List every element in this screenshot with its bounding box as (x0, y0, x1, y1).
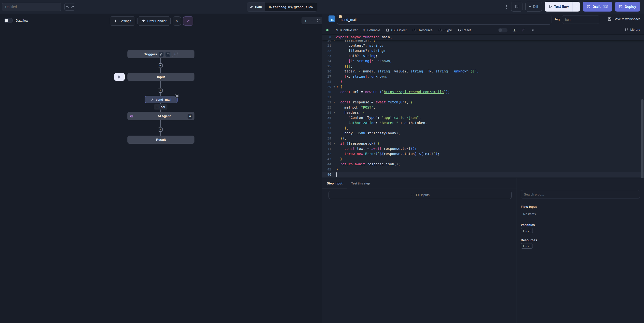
code-line-44[interactable]: 44 return await response.json(); (322, 162, 644, 167)
line-number[interactable]: 27 (322, 74, 332, 79)
tab-test-this-step[interactable]: Test this step (347, 178, 374, 188)
undo-button[interactable] (64, 4, 70, 10)
docs-button[interactable] (511, 2, 522, 12)
line-number[interactable]: 46 (322, 172, 332, 177)
line-number[interactable]: 21 (322, 43, 332, 48)
ai-assistant-button[interactable] (183, 17, 193, 26)
code-line-8[interactable]: 8export async function main( (322, 35, 644, 40)
node-ai-agent[interactable]: AI Agent a (128, 112, 194, 120)
zoom-out-button[interactable]: − (310, 19, 313, 23)
sticky-code-line[interactable]: 8export async function main( (322, 35, 644, 40)
line-number[interactable]: 23 (322, 53, 332, 59)
line-number[interactable]: 41 (322, 146, 332, 151)
remove-send-mail-button[interactable] (175, 94, 179, 98)
editor-scrollbar[interactable] (641, 99, 644, 178)
fold-chevron-icon[interactable]: ∨ (332, 84, 336, 89)
line-number[interactable]: 34 (322, 110, 332, 115)
code-line-35[interactable]: 35 "Content-Type": "application/json", (322, 115, 644, 120)
line-number[interactable]: 45 (322, 167, 332, 172)
code-line-29[interactable]: 29∨) { (322, 84, 644, 89)
insert-step-below-agent[interactable]: + (158, 127, 162, 132)
webhook-trigger-button[interactable] (158, 52, 164, 57)
code-line-25[interactable]: 25 }[]; (322, 64, 644, 69)
code-line-33[interactable]: 33 method: "POST", (322, 105, 644, 110)
test-flow-button[interactable]: Test flow (545, 2, 580, 12)
code-line-21[interactable]: 21 content?: string; (322, 43, 644, 48)
line-number[interactable]: 22 (322, 48, 332, 53)
tab-step-input[interactable]: Step Input (322, 178, 347, 188)
code-line-45[interactable]: 45} (322, 167, 644, 172)
fold-chevron-icon[interactable]: ∨ (332, 110, 336, 115)
line-number[interactable]: 25 (322, 64, 332, 69)
code-line-46[interactable]: 46 (322, 172, 644, 177)
workspace-variables-button[interactable]: $ (173, 17, 181, 26)
code-line-34[interactable]: 34∨ headers: { (322, 110, 644, 115)
line-number[interactable]: 24 (322, 59, 332, 64)
node-result[interactable]: Result (128, 136, 194, 144)
magic-wand-icon[interactable] (522, 28, 525, 32)
code-line-22[interactable]: 22 filename?: string; (322, 48, 644, 53)
deploy-button[interactable]: Deploy (615, 2, 640, 12)
code-line-39[interactable]: 39 }); (322, 136, 644, 141)
node-triggers[interactable]: Triggers + (128, 50, 194, 58)
draft-button[interactable]: Draft ⌘S (583, 2, 612, 12)
reset-button[interactable]: Reset (458, 28, 471, 32)
code-line-28[interactable]: 28 } (322, 79, 644, 84)
save-to-workspace-button[interactable]: Save to workspace (608, 17, 640, 21)
settings-button[interactable]: Settings (110, 17, 135, 26)
line-number[interactable]: 31 (322, 95, 332, 100)
line-number[interactable]: 37 (322, 126, 332, 131)
fold-chevron-icon[interactable]: ∨ (332, 100, 336, 105)
add-type-button[interactable]: +Type (438, 28, 452, 32)
library-button[interactable]: Library (625, 28, 640, 32)
prop-search-input[interactable] (521, 190, 640, 198)
zoom-in-button[interactable]: + (304, 19, 307, 23)
line-number[interactable]: 44 (322, 162, 332, 167)
step-name-input[interactable] (337, 15, 552, 25)
more-options-button[interactable] (504, 4, 508, 10)
test-flow-dropdown[interactable] (572, 2, 580, 12)
code-line-41[interactable]: 41 const text = await response.text(); (322, 146, 644, 151)
code-line-30[interactable]: 30 const url = new URL(`https://api.rese… (322, 89, 644, 95)
line-number[interactable]: 38 (322, 131, 332, 136)
code-editor[interactable]: 20∨ attachments?: {21 content?: string;2… (322, 34, 644, 178)
diff-button[interactable]: ± Diff (526, 2, 542, 12)
flow-summary-input[interactable] (2, 3, 62, 11)
line-number[interactable]: 39 (322, 136, 332, 141)
code-line-23[interactable]: 23 path?: string; (322, 53, 644, 59)
fold-chevron-icon[interactable]: ∨ (332, 141, 336, 146)
code-line-32[interactable]: 32∨ const response = await fetch(url, { (322, 100, 644, 105)
line-number[interactable]: 29 (322, 84, 332, 89)
code-line-24[interactable]: 24 [k: string]: unknown; (322, 59, 644, 64)
line-number[interactable]: 28 (322, 79, 332, 84)
diff-icon[interactable]: ± (514, 28, 516, 33)
line-number[interactable]: 33 (322, 105, 332, 110)
path-field[interactable]: Path u/farhadglbs/grand_flow (247, 2, 317, 12)
flow-canvas[interactable]: Dataflow Settings Error Handler $ + − Tr… (0, 14, 322, 323)
code-line-37[interactable]: 37 }, (322, 126, 644, 131)
run-from-input-button[interactable] (114, 73, 125, 81)
resources-object-chip[interactable]: {...} (521, 243, 533, 249)
add-tool-button[interactable]: + Tool (154, 104, 168, 110)
editor-toggle[interactable] (498, 28, 508, 33)
line-number[interactable]: 30 (322, 89, 332, 95)
code-line-36[interactable]: 36 Authorization: "Bearer " + auth.token… (322, 120, 644, 126)
node-send-mail[interactable]: send_mail (144, 96, 178, 103)
add-s3-object-button[interactable]: +S3 Object (386, 28, 406, 32)
line-number[interactable]: 43 (322, 156, 332, 162)
line-number[interactable]: 32 (322, 100, 332, 105)
line-number[interactable]: 35 (322, 115, 332, 120)
line-number[interactable]: 40 (322, 141, 332, 146)
add-variable-button[interactable]: $+Variable (363, 28, 380, 32)
insert-step-above-input[interactable]: + (158, 63, 162, 68)
add-trigger-button[interactable]: + (172, 52, 178, 57)
node-input[interactable]: Input (128, 73, 194, 81)
code-line-26[interactable]: 26 tags?: { name?: string; value?: strin… (322, 69, 644, 74)
line-number[interactable]: 36 (322, 120, 332, 126)
email-trigger-button[interactable] (165, 52, 171, 57)
code-line-42[interactable]: 42 throw new Error(`${response.status} $… (322, 151, 644, 156)
gear-icon[interactable] (531, 28, 535, 32)
tag-input[interactable] (562, 15, 599, 24)
line-number[interactable]: 8 (322, 35, 332, 40)
insert-step-below-input[interactable]: + (158, 88, 162, 93)
